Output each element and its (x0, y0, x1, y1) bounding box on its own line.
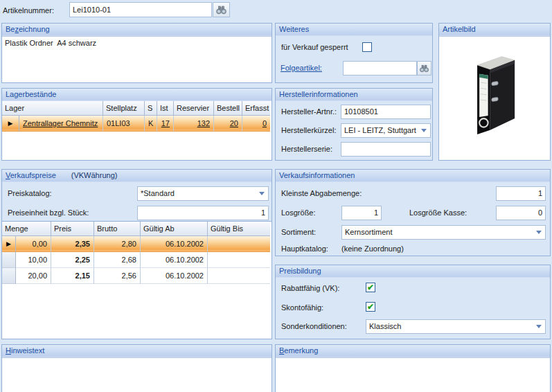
losgroesse-kasse-input[interactable]: 0 (496, 206, 546, 220)
lagerbestaende-header-row: Lager Stellplatz S Ist Reservier Bestell… (2, 101, 271, 116)
chevron-down-icon (418, 126, 429, 135)
brutto-cell[interactable]: 2,80 (94, 236, 141, 252)
panel-hinweistext: Hinweistext (1, 344, 272, 392)
bemerkung-title: Bemerkung (276, 345, 550, 357)
gueltig-bis-cell[interactable] (208, 252, 270, 268)
preiseinheit-label: Preiseinheit bzgl. Stück: (8, 208, 89, 217)
column-header[interactable]: Reservier (174, 101, 214, 116)
abgabemenge-input[interactable]: 1 (496, 186, 546, 201)
preis-cell[interactable]: 2,35 (51, 236, 94, 252)
panel-bemerkung: Bemerkung (275, 344, 551, 392)
table-row[interactable]: ▶ Zentrallager Chemnitz 01LI03 K 17 132 … (2, 116, 271, 132)
preis-cell[interactable]: 2,25 (51, 252, 94, 268)
panel-bezeichnung: Bezeichnung Plastik Ordner A4 schwarz (1, 23, 272, 83)
table-row[interactable]: 20,00 2,15 2,56 06.10.2002 (2, 268, 271, 284)
column-header[interactable]: S (145, 101, 157, 116)
hinweistext-textarea[interactable] (2, 357, 271, 392)
bezeichnung-title: Bezeichnung (2, 24, 271, 36)
preis-header-row: Menge Preis Brutto Gültig Ab Gültig Bis (2, 222, 271, 236)
losgroesse-input[interactable]: 1 (341, 206, 382, 220)
binoculars-icon (215, 6, 227, 15)
column-header[interactable]: Stellplatz (103, 101, 145, 116)
column-header[interactable]: Gültig Bis (208, 222, 270, 236)
reserviert-cell[interactable]: 132 (174, 116, 214, 132)
column-header[interactable]: Menge (2, 222, 51, 236)
bestellt-cell[interactable]: 20 (214, 116, 242, 132)
skontofaehig-label: Skontofähig: (281, 303, 323, 312)
preiskatalog-label: Preiskatalog: (8, 189, 52, 197)
skontofaehig-checkbox[interactable] (366, 302, 375, 312)
menge-cell[interactable]: 0,00 (16, 236, 51, 252)
row-marker-icon: ▶ (6, 240, 11, 247)
panel-verkaufsinfo: Verkaufsinformationen Kleinste Abgabemen… (275, 169, 551, 256)
menge-cell[interactable]: 20,00 (16, 268, 51, 284)
weiteres-title: Weiteres (276, 24, 432, 36)
binoculars-icon (419, 64, 429, 73)
gueltig-bis-cell[interactable] (208, 268, 270, 284)
ist-cell[interactable]: 17 (157, 116, 174, 132)
artikelnummer-search-button[interactable] (213, 2, 230, 17)
table-row[interactable]: ▶ 0,00 2,35 2,80 06.10.2002 (2, 236, 271, 252)
verkaufsinfo-title: Verkaufsinformationen (276, 170, 550, 182)
row-selector-cell[interactable] (2, 252, 16, 268)
sonderkonditionen-label: Sonderkonditionen: (281, 322, 347, 330)
column-header[interactable]: Bestell (214, 101, 242, 116)
ring-binder-image (458, 36, 531, 160)
gueltig-ab-cell[interactable]: 06.10.2002 (141, 236, 208, 252)
herstellerkuerzel-label: Herstellerkürzel: (281, 126, 336, 134)
sortiment-select[interactable]: Kernsortiment (341, 225, 546, 240)
herstellerkuerzel-select[interactable]: LEI - LEITZ, Stuttgart (341, 123, 431, 138)
column-header[interactable]: Gültig Ab (141, 222, 208, 236)
row-marker-icon: ▶ (8, 120, 13, 127)
lager-cell[interactable]: Zentrallager Chemnitz (19, 116, 103, 132)
erfasst-cell[interactable]: 0 (242, 116, 270, 132)
column-header[interactable]: Brutto (94, 222, 141, 236)
bemerkung-textarea[interactable] (276, 357, 550, 392)
chevron-down-icon (256, 189, 267, 198)
preis-cell[interactable]: 2,15 (51, 268, 94, 284)
stellplatz-cell: 01LI03 (103, 116, 145, 132)
brutto-cell[interactable]: 2,56 (94, 268, 141, 284)
sonderkonditionen-select[interactable]: Klassisch (366, 319, 546, 334)
lagerbestaende-table: Lager Stellplatz S Ist Reservier Bestell… (2, 101, 271, 160)
artikelnummer-input[interactable]: Lei1010-01 (69, 2, 212, 17)
row-selector-cell[interactable]: ▶ (2, 236, 16, 252)
panel-artikelbild: Artikelbild (438, 23, 551, 161)
row-selector-cell[interactable]: ▶ (2, 116, 19, 132)
verkaufspreise-title: Verkaufspreise(VKWährung) (2, 170, 271, 182)
abgabemenge-label: Kleinste Abgabemenge: (281, 189, 362, 197)
table-row[interactable]: 10,00 2,25 2,68 06.10.2002 (2, 252, 271, 268)
column-header[interactable]: Ist (157, 101, 174, 116)
panel-preisbildung: Preisbildung Rabattfähig (VK): Skontofäh… (275, 265, 551, 339)
gueltig-ab-cell[interactable]: 06.10.2002 (141, 268, 208, 284)
hersteller-artnr-label: Hersteller-Artnr.: (281, 107, 337, 116)
column-header[interactable]: Lager (2, 101, 103, 116)
folgeartikel-link[interactable]: Folgeartikel: (281, 64, 322, 72)
panel-herstellerinfo: Herstellerinformationen Hersteller-Artnr… (275, 88, 433, 161)
preiskatalog-select[interactable]: *Standard (137, 186, 269, 201)
menge-cell[interactable]: 10,00 (16, 252, 51, 268)
preis-table: Menge Preis Brutto Gültig Ab Gültig Bis … (2, 221, 271, 339)
hauptkatalog-value: (keine Zuordnung) (341, 244, 404, 253)
artikelnummer-label: Artikelnummer: (3, 6, 54, 15)
artikelbild-title: Artikelbild (439, 24, 550, 36)
losgroesse-label: Losgröße: (281, 208, 316, 217)
folgeartikel-input[interactable] (343, 61, 417, 75)
column-header[interactable]: Preis (51, 222, 94, 236)
gesperrt-checkbox[interactable] (362, 42, 372, 52)
vk-waehrung-label: (VKWährung) (71, 171, 118, 179)
row-selector-cell[interactable] (2, 268, 16, 284)
brutto-cell[interactable]: 2,68 (94, 252, 141, 268)
gueltig-bis-cell[interactable] (208, 236, 270, 252)
column-header[interactable]: Erfasst (242, 101, 270, 116)
folgeartikel-search-button[interactable] (417, 61, 431, 75)
herstellerserie-input[interactable] (341, 142, 431, 157)
bezeichnung-textarea[interactable]: Plastik Ordner A4 schwarz (2, 36, 271, 82)
preiseinheit-input[interactable]: 1 (137, 206, 269, 220)
panel-lagerbestaende: Lagerbestände Lager Stellplatz S Ist Res… (1, 88, 272, 161)
chevron-down-icon (533, 228, 544, 237)
hersteller-artnr-input[interactable]: 10108501 (341, 105, 431, 119)
chevron-down-icon (533, 322, 544, 331)
gueltig-ab-cell[interactable]: 06.10.2002 (141, 252, 208, 268)
rabattfaehig-checkbox[interactable] (366, 283, 375, 292)
